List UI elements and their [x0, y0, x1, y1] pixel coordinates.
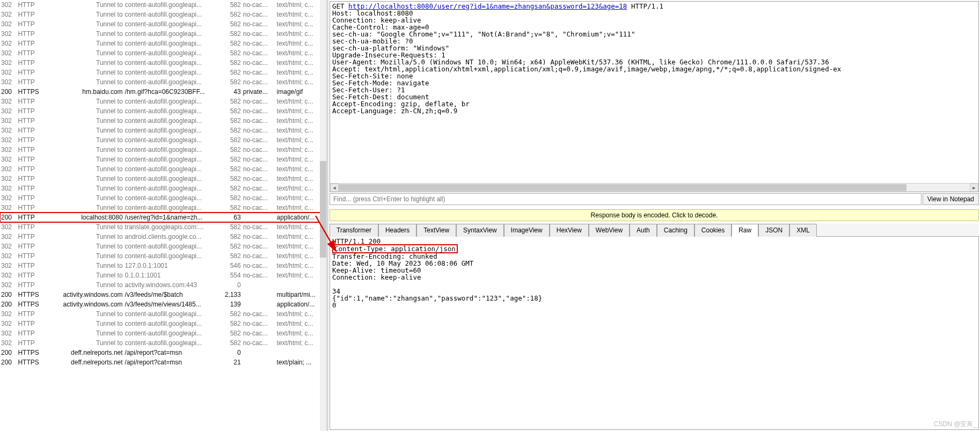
table-row[interactable]: 302HTTPTunnel tocontent-autofill.googlea…	[0, 29, 326, 39]
table-row[interactable]: 302HTTPTunnel tocontent-autofill.googlea…	[0, 164, 326, 174]
table-row[interactable]: 302HTTPTunnel tocontent-autofill.googlea…	[0, 145, 326, 155]
tab-raw[interactable]: Raw	[732, 224, 758, 237]
cell: 302	[0, 145, 17, 155]
table-row[interactable]: 302HTTPTunnel tocontent-autofill.googlea…	[0, 338, 326, 348]
table-row[interactable]: 302HTTPTunnel tocontent-autofill.googlea…	[0, 68, 326, 77]
cell: content-autofill.googleapi...	[124, 135, 214, 145]
tab-syntaxview[interactable]: SyntaxView	[456, 224, 503, 237]
table-row[interactable]: 200HTTPSactivity.windows.com/v3/feeds/me…	[0, 299, 326, 309]
cell: no-cac...	[242, 319, 276, 328]
cell: 302	[0, 58, 17, 68]
table-row[interactable]: 200HTTPShm.baidu.com/hm.gif?hca=06C9230B…	[0, 87, 326, 97]
cell: 582	[214, 106, 242, 116]
table-row[interactable]: 302HTTPTunnel tocontent-autofill.googlea…	[0, 48, 326, 58]
table-row[interactable]: 200HTTPSactivity.windows.com/v3/feeds/me…	[0, 290, 326, 299]
cell: HTTP	[17, 222, 50, 232]
cell: content-autofill.googleapi...	[124, 116, 214, 126]
cell: HTTPS	[17, 290, 50, 299]
tab-cookies[interactable]: Cookies	[694, 224, 732, 237]
table-row[interactable]: 302HTTPTunnel toactivity.windows.com:443…	[0, 280, 326, 290]
table-row[interactable]: 302HTTPTunnel tocontent-autofill.googlea…	[0, 309, 326, 319]
request-scrollbar-horizontal[interactable]: ◄ ►	[330, 183, 978, 192]
table-row[interactable]: 200HTTPSdeff.nelreports.net/api/report?c…	[0, 357, 326, 367]
table-row[interactable]: 302HTTPTunnel tocontent-autofill.googlea…	[0, 106, 326, 116]
table-row[interactable]: 302HTTPTunnel tocontent-autofill.googlea…	[0, 184, 326, 193]
view-in-notepad-button[interactable]: View in Notepad	[923, 193, 979, 205]
cell: text/html; c...	[276, 116, 326, 126]
cell: Tunnel to	[50, 97, 123, 106]
cell: content-autofill.googleapi...	[124, 251, 214, 261]
table-row[interactable]: 302HTTPTunnel tocontent-autofill.googlea…	[0, 10, 326, 19]
cell: 21	[214, 357, 242, 367]
sessions-scroll-thumb[interactable]	[320, 161, 326, 258]
cell: 302	[0, 97, 17, 106]
cell: 200	[0, 299, 17, 309]
table-row[interactable]: 302HTTPTunnel toandroid.clients.google.c…	[0, 232, 326, 242]
table-row[interactable]: 302HTTPTunnel tocontent-autofill.googlea…	[0, 203, 326, 213]
table-row[interactable]: 302HTTPTunnel tocontent-autofill.googlea…	[0, 116, 326, 126]
table-row[interactable]: 302HTTPTunnel tocontent-autofill.googlea…	[0, 251, 326, 261]
tab-transformer[interactable]: Transformer	[330, 224, 378, 237]
table-row[interactable]: 302HTTPTunnel tocontent-autofill.googlea…	[0, 39, 326, 48]
tab-imageview[interactable]: ImageView	[504, 224, 550, 237]
cell: text/html; c...	[276, 232, 326, 242]
table-row[interactable]: 302HTTPTunnel tocontent-autofill.googlea…	[0, 319, 326, 328]
tab-headers[interactable]: Headers	[378, 224, 416, 237]
cell: text/html; c...	[276, 19, 326, 29]
cell: 0.1.0.1:1001	[124, 271, 214, 280]
request-scroll-thumb[interactable]	[339, 184, 906, 191]
cell: text/html; c...	[276, 319, 326, 328]
table-row[interactable]: 302HTTPTunnel tocontent-autofill.googlea…	[0, 242, 326, 251]
tab-xml[interactable]: XML	[789, 224, 817, 237]
table-row[interactable]: 302HTTPTunnel tocontent-autofill.googlea…	[0, 174, 326, 184]
tab-hexview[interactable]: HexView	[550, 224, 589, 237]
cell: 582	[214, 126, 242, 135]
table-row[interactable]: 302HTTPTunnel tocontent-autofill.googlea…	[0, 58, 326, 68]
cell: activity.windows.com	[50, 290, 123, 299]
cell: no-cac...	[242, 184, 276, 193]
table-row[interactable]: 302HTTPTunnel tocontent-autofill.googlea…	[0, 155, 326, 164]
scroll-right-arrow-icon[interactable]: ►	[970, 184, 978, 192]
tab-auth[interactable]: Auth	[630, 224, 657, 237]
scroll-left-arrow-icon[interactable]: ◄	[330, 184, 339, 192]
table-row[interactable]: 200HTTPSdeff.nelreports.net/api/report?c…	[0, 348, 326, 357]
table-row[interactable]: 302HTTPTunnel totranslate.googleapis.com…	[0, 222, 326, 232]
table-row[interactable]: 302HTTPTunnel to0.1.0.1:1001554no-cac...…	[0, 271, 326, 280]
cell: HTTP	[17, 309, 50, 319]
cell: 200	[0, 87, 17, 97]
cell: HTTP	[17, 261, 50, 271]
cell: 302	[0, 10, 17, 19]
find-input[interactable]	[330, 193, 922, 205]
cell: no-cac...	[242, 242, 276, 251]
table-row[interactable]: 302HTTPTunnel tocontent-autofill.googlea…	[0, 77, 326, 87]
sessions-scrollbar[interactable]	[320, 0, 326, 431]
table-row[interactable]: 302HTTPTunnel tocontent-autofill.googlea…	[0, 97, 326, 106]
cell: no-cac...	[242, 77, 276, 87]
table-row[interactable]: 302HTTPTunnel to127.0.0.1:1001546no-cac.…	[0, 261, 326, 271]
table-row[interactable]: 302HTTPTunnel tocontent-autofill.googlea…	[0, 193, 326, 203]
request-raw-view[interactable]: GET http://localhost:8080/user/reg?id=1&…	[330, 1, 979, 192]
cell: no-cac...	[242, 193, 276, 203]
table-row[interactable]: 302HTTPTunnel tocontent-autofill.googlea…	[0, 135, 326, 145]
table-row[interactable]: 302HTTPTunnel tocontent-autofill.googlea…	[0, 126, 326, 135]
table-row[interactable]: 302HTTPTunnel tocontent-autofill.googlea…	[0, 328, 326, 338]
cell: 302	[0, 155, 17, 164]
tab-json[interactable]: JSON	[758, 224, 789, 237]
decode-bar[interactable]: Response body is encoded. Click to decod…	[330, 209, 979, 221]
cell: private...	[242, 87, 276, 97]
sessions-table[interactable]: 302HTTPTunnel tocontent-autofill.googlea…	[0, 0, 326, 367]
cell: text/html; c...	[276, 222, 326, 232]
response-raw-view[interactable]: HTTP/1.1 200Content-Type: application/js…	[330, 237, 979, 430]
cell: 302	[0, 174, 17, 184]
table-row[interactable]: 302HTTPTunnel tocontent-autofill.googlea…	[0, 0, 326, 10]
cell: 582	[214, 39, 242, 48]
tab-textview[interactable]: TextView	[416, 224, 456, 237]
tab-webview[interactable]: WebView	[589, 224, 630, 237]
cell: Tunnel to	[50, 135, 123, 145]
table-row[interactable]: 200HTTPlocalhost:8080/user/reg?id=1&name…	[0, 213, 326, 222]
response-line: Date: Wed, 10 May 2023 06:08:06 GMT	[332, 260, 976, 267]
cell: no-cac...	[242, 271, 276, 280]
table-row[interactable]: 302HTTPTunnel tocontent-autofill.googlea…	[0, 19, 326, 29]
cell: Tunnel to	[50, 155, 123, 164]
tab-caching[interactable]: Caching	[657, 224, 694, 237]
